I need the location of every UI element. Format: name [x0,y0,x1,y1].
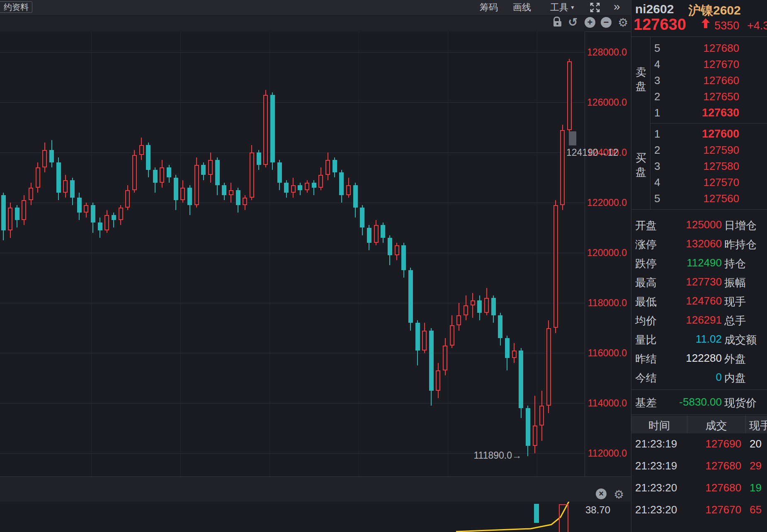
y-axis-tick: 114000.0 [585,398,627,409]
col-price: 成交 [687,418,745,433]
value: 124760 [660,295,722,307]
value: 127730 [660,276,722,288]
candle-body [257,152,261,165]
bid-row-1[interactable]: 1127600 [650,128,767,142]
chevron-down-icon: ▼ [570,5,575,10]
gridline-vertical [269,31,270,476]
chart-toolbar: 约资料 筹码 画线 工具▼ » [0,0,631,15]
candle-body [77,198,82,213]
label: 量比 [635,333,657,347]
candle-body [91,205,95,222]
candle-body [498,315,502,338]
contract-name[interactable]: 沪镍2602 [688,2,741,19]
indicator-gear-icon[interactable]: ⚙ [614,488,624,501]
price-marker-box [569,131,576,145]
gridline [0,353,585,353]
tick-volume: 29 [750,459,762,472]
bid-row-5[interactable]: 5127560 [650,192,767,206]
indicator-plot[interactable] [0,502,585,532]
ask-row-3[interactable]: 3127660 [650,74,767,88]
candle-body [250,152,254,198]
level: 4 [654,58,660,71]
info-row-3: 跌停112490持仓 [631,256,767,271]
candle-body [333,160,337,172]
secondary-label: 持仓 [724,256,746,271]
gridline [0,253,585,253]
ask-row-5[interactable]: 5127680 [650,42,767,56]
menu-tools-label: 工具 [550,2,568,12]
candle-body [98,222,102,230]
secondary-label: 现货价 [724,396,757,410]
price: 127590 [675,144,739,157]
tab-contract-info[interactable]: 约资料 [0,1,32,13]
label: 基差 [635,396,657,410]
candle-body [160,167,164,182]
menu-chips[interactable]: 筹码 [480,2,498,13]
secondary-label: 振幅 [724,276,746,290]
value: 11.02 [660,333,722,346]
candle-body [119,208,123,220]
level: 2 [654,144,660,157]
label: 开盘 [635,218,657,233]
value: 126291 [660,314,722,326]
candle-body [42,150,47,167]
ask-row-2[interactable]: 2127650 [650,90,767,104]
orderbook-side-labels: 卖盘 买盘 [631,37,650,209]
indicator-value: 38.70 [585,504,610,516]
tick-time: 21:23:20 [635,481,677,494]
contract-code[interactable]: ni2602 [635,2,674,16]
candlestick-chart[interactable] [0,31,585,476]
bid-row-4[interactable]: 4127570 [650,176,767,190]
quote-panel: ni2602 沪镍2602 127630 5350 +4.37% 卖盘 买盘 5… [631,0,767,532]
level: 5 [654,42,660,55]
secondary-label: 日增仓 [724,218,757,233]
undo-icon[interactable]: ↺ [568,15,578,29]
info-row-6: 均价126291总手 [631,314,767,328]
candle-body [519,351,523,408]
ask-row-4[interactable]: 4127670 [650,58,767,72]
bid-row-3[interactable]: 3127580 [650,160,767,174]
col-volume: 现手 [745,418,767,433]
price: 127680 [675,42,739,55]
tick-row-3: 21:23:2012768019 [631,481,767,500]
candle-body [236,190,240,205]
basis: 基差-5830.00现货价 [631,396,767,410]
indicator-bar-up [559,504,568,532]
chevron-double-right-icon[interactable]: » [614,0,620,13]
y-axis-tick: 122000.0 [585,197,627,208]
unlock-icon[interactable] [553,17,563,27]
level: 1 [654,106,660,119]
gridline [0,303,585,303]
tick-price: 127680 [687,459,741,472]
candle-body [415,323,420,351]
gridline [0,152,585,153]
candle-body [395,245,399,255]
candle-body [1,195,6,230]
bid-row-2[interactable]: 2127590 [650,144,767,158]
indicator-bar-down [534,504,539,523]
gridline-vertical [359,31,359,476]
sell-side-label: 卖盘 [635,65,647,93]
candle-body [36,167,40,187]
col-time: 时间 [631,418,687,433]
ask-row-1[interactable]: 1127630 [650,106,767,121]
zoom-out-icon[interactable]: − [601,17,612,28]
expand-icon[interactable] [589,2,601,13]
candle-body [360,208,364,227]
menu-drawline[interactable]: 画线 [513,2,531,13]
label: 最低 [635,295,657,309]
close-icon[interactable]: × [596,488,607,499]
gridline-vertical [448,31,448,476]
candle-body [471,300,475,305]
price-change-percent: +4.37% [747,19,767,32]
candle-body [187,188,192,205]
candle-body [298,185,302,190]
zoom-in-icon[interactable]: + [585,17,595,28]
menu-tools[interactable]: 工具▼ [550,2,575,13]
candle-body [284,183,289,193]
arrow-up-icon [701,18,710,28]
gear-icon[interactable]: ⚙ [618,16,628,29]
candle-body [401,245,406,271]
price: 127650 [675,90,739,103]
candle-body [374,225,379,242]
